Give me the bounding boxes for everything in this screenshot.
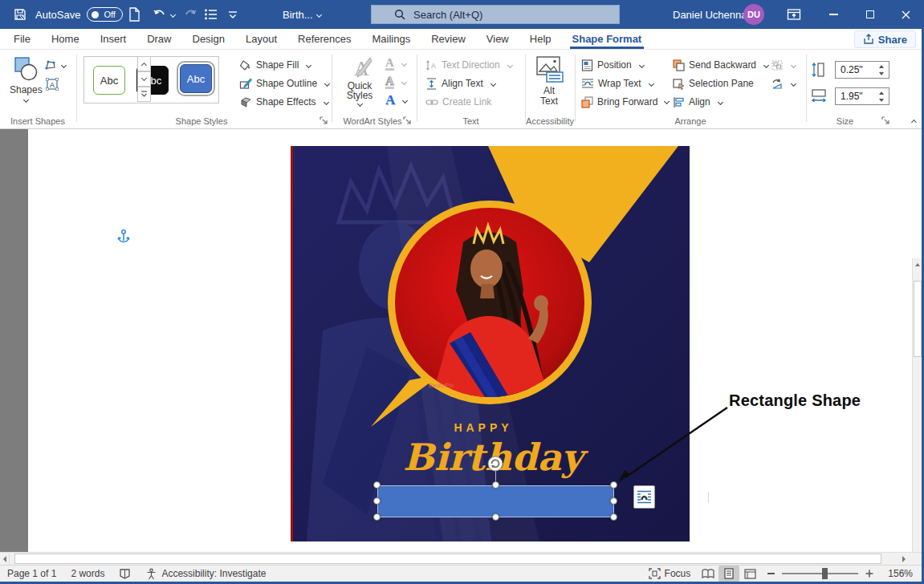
tab-draw[interactable]: Draw — [136, 29, 181, 49]
autosave-toggle[interactable]: AutoSave Off — [35, 0, 123, 29]
resize-handle-bottom-center[interactable] — [492, 513, 499, 521]
read-mode-button[interactable] — [698, 566, 718, 582]
resize-handle-top-right[interactable] — [610, 481, 617, 489]
gallery-up-button[interactable] — [137, 56, 151, 71]
ribbon-display-options-icon[interactable] — [787, 0, 801, 29]
ribbon-tab-row: File Home Insert Draw Design Layout Refe… — [0, 29, 924, 50]
layout-options-button[interactable] — [633, 485, 655, 509]
wordart-dialog-launcher[interactable] — [403, 116, 412, 125]
resize-handle-top-left[interactable] — [373, 481, 381, 489]
bullet-list-icon[interactable] — [204, 0, 218, 29]
object-anchor-icon — [117, 229, 130, 248]
print-layout-button[interactable] — [718, 566, 739, 582]
undo-button[interactable] — [153, 0, 175, 29]
shape-styles-dialog-launcher[interactable] — [320, 116, 328, 125]
word-count[interactable]: 2 words — [63, 566, 112, 582]
resize-handle-middle-right[interactable] — [610, 497, 617, 505]
tab-review[interactable]: Review — [421, 29, 476, 49]
resize-handle-middle-left[interactable] — [373, 497, 381, 505]
birthday-card-image[interactable]: BeatzPix HAPPY Birthday — [291, 146, 690, 541]
scroll-right-button[interactable] — [899, 554, 909, 565]
document-canvas[interactable]: BeatzPix HAPPY Birthday — [0, 129, 924, 552]
rotate-button[interactable] — [771, 76, 796, 91]
shape-height-field: 0.25" — [811, 61, 891, 80]
close-button[interactable] — [888, 0, 924, 29]
vertical-scroll-thumb[interactable] — [914, 281, 922, 357]
zoom-slider[interactable] — [782, 573, 858, 574]
alt-text-button[interactable]: Alt Text — [527, 56, 572, 107]
shapes-button[interactable]: Shapes — [10, 56, 43, 102]
collapse-ribbon-icon[interactable] — [911, 120, 917, 125]
minimize-button[interactable] — [816, 0, 852, 29]
page-indicator[interactable]: Page 1 of 1 — [0, 566, 63, 582]
horizontal-scroll-thumb[interactable] — [14, 554, 881, 564]
avatar[interactable]: DU — [743, 0, 764, 29]
search-icon — [394, 9, 405, 20]
vertical-scrollbar[interactable] — [912, 258, 922, 584]
shape-fill-button[interactable]: Shape Fill — [239, 58, 311, 72]
zoom-out-button[interactable] — [760, 566, 782, 582]
wrap-text-button[interactable]: Wrap Text — [581, 76, 653, 91]
gallery-more-button[interactable] — [137, 87, 151, 102]
proofing-status-icon[interactable] — [112, 566, 138, 582]
status-bar: Page 1 of 1 2 words Accessibility: Inves… — [0, 565, 924, 582]
text-effects-icon: A — [385, 94, 395, 107]
share-button[interactable]: Share — [854, 30, 916, 48]
new-document-icon[interactable] — [128, 0, 140, 29]
gallery-down-button[interactable] — [137, 71, 151, 87]
zoom-in-button[interactable] — [858, 566, 881, 582]
tab-shape-format[interactable]: Shape Format — [562, 29, 653, 49]
tab-layout[interactable]: Layout — [235, 29, 287, 49]
width-input[interactable]: 1.95" — [835, 87, 889, 105]
text-box-button[interactable]: A — [46, 77, 59, 91]
tab-insert[interactable]: Insert — [90, 29, 137, 49]
height-input[interactable]: 0.25" — [835, 61, 889, 79]
width-spinner[interactable] — [876, 89, 887, 103]
height-spinner[interactable] — [876, 63, 887, 77]
zoom-slider-thumb[interactable] — [822, 568, 828, 579]
text-effects-button[interactable]: A — [385, 93, 407, 107]
resize-handle-bottom-right[interactable] — [610, 513, 617, 521]
edit-shape-button[interactable] — [44, 58, 66, 72]
focus-button[interactable]: Focus — [641, 566, 698, 582]
selected-rectangle-shape[interactable] — [377, 485, 614, 517]
accessibility-status[interactable]: Accessibility: Investigate — [138, 566, 273, 582]
horizontal-scrollbar[interactable] — [0, 552, 922, 565]
account-name[interactable]: Daniel Uchenna — [673, 0, 747, 29]
maximize-button[interactable] — [852, 0, 888, 29]
happy-text: HAPPY — [454, 421, 512, 434]
tab-help[interactable]: Help — [519, 29, 562, 49]
resize-handle-bottom-left[interactable] — [373, 513, 381, 521]
tab-references[interactable]: References — [287, 29, 361, 49]
size-dialog-launcher[interactable] — [881, 116, 890, 125]
tab-home[interactable]: Home — [41, 29, 90, 49]
align-text-button[interactable]: Align Text — [425, 76, 495, 91]
web-layout-button[interactable] — [739, 566, 760, 582]
shape-style-option-3-selected[interactable]: Abc — [180, 64, 212, 93]
text-fill-icon: A — [385, 57, 394, 71]
tab-view[interactable]: View — [476, 29, 519, 49]
bring-forward-button[interactable]: Bring Forward — [581, 95, 657, 109]
resize-handle-top-center[interactable] — [492, 481, 499, 489]
selection-pane-button[interactable]: Selection Pane — [673, 76, 754, 91]
tab-design[interactable]: Design — [182, 29, 235, 49]
document-title[interactable]: Birth... — [283, 0, 321, 29]
shape-width-field: 1.95" — [811, 87, 891, 107]
tab-file[interactable]: File — [3, 29, 41, 49]
save-icon[interactable] — [13, 0, 27, 29]
zoom-level[interactable]: 156% — [881, 566, 924, 582]
toolbar-overflow-icon[interactable] — [228, 0, 238, 29]
send-backward-button[interactable]: Send Backward — [673, 58, 768, 72]
shape-outline-button[interactable]: Shape Outline — [239, 76, 329, 91]
shape-effects-button[interactable]: Shape Effects — [239, 95, 328, 109]
align-button[interactable]: Align — [673, 95, 723, 109]
group-icon — [771, 59, 784, 71]
rotate-handle[interactable] — [486, 455, 504, 472]
send-backward-icon — [673, 59, 685, 71]
shape-style-option-1[interactable]: Abc — [93, 66, 125, 95]
position-button[interactable]: Position — [581, 58, 644, 72]
tab-mailings[interactable]: Mailings — [362, 29, 421, 49]
scroll-left-button[interactable] — [0, 554, 10, 565]
search-input[interactable]: Search (Alt+Q) — [371, 5, 620, 24]
autosave-state: Off — [104, 10, 115, 19]
